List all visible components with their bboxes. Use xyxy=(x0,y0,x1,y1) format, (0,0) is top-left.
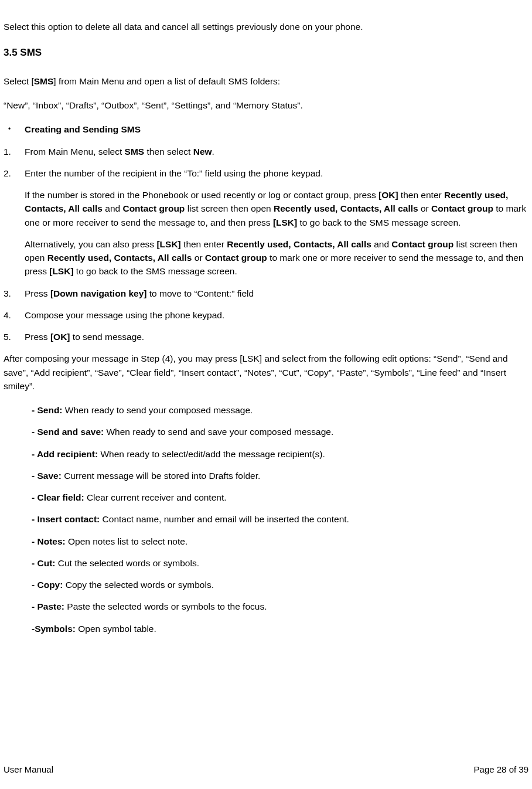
bold: New xyxy=(193,147,212,157)
text: to go back to the SMS message screen. xyxy=(74,266,237,276)
intro-paragraph: Select this option to delete all data an… xyxy=(4,20,528,33)
text: list screen then open xyxy=(185,203,274,213)
bold: Contact group xyxy=(391,239,453,249)
step-2-para3: Alternatively, you can also press [LSK] … xyxy=(25,237,528,278)
text: Press xyxy=(25,332,50,342)
step-2-para2: If the number is stored in the Phonebook… xyxy=(25,188,528,229)
bold: [Down navigation key] xyxy=(50,288,147,298)
bullet-dot-icon: • xyxy=(4,123,25,136)
text: If the number is stored in the Phonebook… xyxy=(25,190,378,200)
bullet-heading: Creating and Sending SMS xyxy=(25,124,141,134)
paragraph-select-sms: Select [SMS] from Main Menu and open a l… xyxy=(4,74,528,88)
option-label: - Add recipient: xyxy=(32,449,98,459)
option-desc: Paste the selected words or symbols to t… xyxy=(64,601,267,611)
option-desc: When ready to send and save your compose… xyxy=(104,427,333,437)
option-line: - Insert contact: Contact name, number a… xyxy=(4,512,528,526)
bold: [LSK] xyxy=(273,217,297,227)
text: Select [ xyxy=(4,76,34,86)
option-label: - Paste: xyxy=(32,601,64,611)
bold: [LSK] xyxy=(156,239,180,249)
bullet-creating-sending: • Creating and Sending SMS xyxy=(4,123,528,136)
text: to go back to the SMS message screen. xyxy=(297,217,461,227)
option-desc: Current message will be stored into Draf… xyxy=(62,471,260,481)
text: and xyxy=(371,239,391,249)
step-number: 3. xyxy=(4,287,25,300)
option-label: - Notes: xyxy=(32,536,66,546)
bold: Contact group xyxy=(122,203,185,213)
step-4: 4. Compose your message using the phone … xyxy=(4,308,528,322)
text: to send message. xyxy=(70,332,145,342)
option-label: - Cut: xyxy=(32,558,55,568)
text: and xyxy=(103,203,122,213)
option-desc: Copy the selected words or symbols. xyxy=(63,580,214,590)
option-desc: Contact name, number and email will be i… xyxy=(100,514,349,524)
option-line: - Send: When ready to send your composed… xyxy=(4,403,528,417)
step-number: 4. xyxy=(4,308,25,322)
bold: [OK] xyxy=(378,190,398,200)
footer-left: User Manual xyxy=(4,763,53,777)
text: then enter xyxy=(181,239,227,249)
option-desc: Clear current receiver and content. xyxy=(84,492,227,502)
option-line: - Cut: Cut the selected words or symbols… xyxy=(4,556,528,570)
text: to move to “Content:” field xyxy=(146,288,254,298)
bold: Contact group xyxy=(205,253,267,263)
option-desc: Cut the selected words or symbols. xyxy=(55,558,199,568)
text: Alternatively, you can also press xyxy=(25,239,156,249)
option-desc: Open symbol table. xyxy=(76,624,156,634)
step-2-line1: Enter the number of the recipient in the… xyxy=(25,166,528,180)
page-footer: User Manual Page 28 of 39 xyxy=(4,763,528,777)
option-line: - Send and save: When ready to send and … xyxy=(4,425,528,438)
text: Press xyxy=(25,288,50,298)
option-line: - Clear field: Clear current receiver an… xyxy=(4,491,528,504)
text: ] from Main Menu and open a list of defa… xyxy=(53,76,280,86)
option-line: -Symbols: Open symbol table. xyxy=(4,622,528,635)
text: or xyxy=(192,253,204,263)
option-line: - Notes: Open notes list to select note. xyxy=(4,535,528,548)
after-steps-paragraph: After composing your message in Step (4)… xyxy=(4,352,528,393)
option-line: - Save: Current message will be stored i… xyxy=(4,469,528,482)
option-label: - Copy: xyxy=(32,580,63,590)
step-number: 5. xyxy=(4,330,25,344)
bold: Recently used, Contacts, All calls xyxy=(227,239,371,249)
step-number: 1. xyxy=(4,145,25,158)
bold: [LSK] xyxy=(49,266,73,276)
bold: SMS xyxy=(125,147,145,157)
step-5: 5. Press [OK] to send message. xyxy=(4,330,528,344)
text: then enter xyxy=(398,190,444,200)
option-line: - Paste: Paste the selected words or sym… xyxy=(4,600,528,613)
text: From Main Menu, select xyxy=(25,147,125,157)
option-label: - Send and save: xyxy=(32,427,104,437)
text: Compose your message using the phone key… xyxy=(25,308,528,322)
step-2: 2. Enter the number of the recipient in … xyxy=(4,166,528,278)
text: or xyxy=(418,203,431,213)
option-desc: When ready to send your composed message… xyxy=(63,405,253,415)
option-desc: Open notes list to select note. xyxy=(66,536,188,546)
option-label: - Send: xyxy=(32,405,63,415)
bold: Recently used, Contacts, All calls xyxy=(47,253,192,263)
option-label: -Symbols: xyxy=(32,624,76,634)
option-label: - Save: xyxy=(32,471,62,481)
step-3: 3. Press [Down navigation key] to move t… xyxy=(4,287,528,300)
bold: [OK] xyxy=(50,332,70,342)
bold: Contact group xyxy=(431,203,493,213)
sms-bold: SMS xyxy=(34,76,54,86)
section-heading-sms: 3.5 SMS xyxy=(4,45,528,60)
bold: Recently used, Contacts, All calls xyxy=(274,203,418,213)
step-number: 2. xyxy=(4,166,25,278)
option-label: - Insert contact: xyxy=(32,514,100,524)
step-1: 1. From Main Menu, select SMS then selec… xyxy=(4,145,528,158)
option-line: - Copy: Copy the selected words or symbo… xyxy=(4,578,528,591)
option-line: - Add recipient: When ready to select/ed… xyxy=(4,447,528,461)
paragraph-folder-list: “New”, “Inbox”, “Drafts”, “Outbox”, “Sen… xyxy=(4,98,528,112)
footer-right: Page 28 of 39 xyxy=(474,763,528,777)
text: then select xyxy=(144,147,193,157)
option-desc: When ready to select/edit/add the messag… xyxy=(98,449,325,459)
text: . xyxy=(212,147,214,157)
option-label: - Clear field: xyxy=(32,492,84,502)
